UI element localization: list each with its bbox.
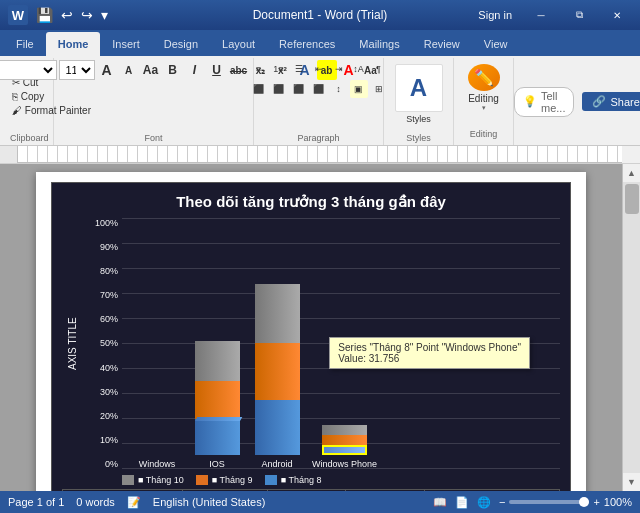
increase-indent-button[interactable]: ⇥ (330, 60, 348, 78)
tab-layout[interactable]: Layout (210, 32, 267, 56)
strikethrough-button[interactable]: abc (229, 60, 249, 80)
font-row-1: Calibri (Body) 11 A A Aa (0, 60, 161, 80)
legend-t9: ■ Tháng 9 (196, 475, 253, 485)
table-header-winphone: Windows Phone (424, 490, 559, 492)
window-title: Document1 - Word (Trial) (253, 8, 388, 22)
zoom-control[interactable]: − + 100% (499, 496, 632, 508)
scroll-down-arrow[interactable]: ▼ (623, 473, 641, 491)
zoom-in-button[interactable]: + (593, 496, 599, 508)
numbering-button[interactable]: 1≡ (270, 60, 288, 78)
tab-references[interactable]: References (267, 32, 347, 56)
grow-font-button[interactable]: A (97, 60, 117, 80)
align-center-button[interactable]: ⬛ (270, 80, 288, 98)
customize-button[interactable]: ▾ (99, 7, 110, 23)
bar-winphone-t10 (322, 425, 367, 435)
legend-label-t8: ■ Tháng 8 (281, 475, 322, 485)
y-axis: 100% 90% 80% 70% 60% 50% 40% 30% 20% 10%… (82, 219, 122, 469)
ruler-main (18, 146, 622, 163)
sort-button[interactable]: ↕A (350, 60, 368, 78)
tab-design[interactable]: Design (152, 32, 210, 56)
tell-me-text: Tell me... (541, 90, 565, 114)
tab-review[interactable]: Review (412, 32, 472, 56)
document-page[interactable]: Theo dõi tăng trưởng 3 tháng gần đây AXI… (36, 172, 586, 491)
share-label: Share (610, 96, 639, 108)
bar-winphone (320, 425, 370, 455)
bar-android-t8 (255, 400, 300, 455)
editing-button[interactable]: ✏️ Editing ▾ (460, 64, 508, 112)
minimize-button[interactable]: ─ (526, 0, 556, 30)
view-read-button[interactable]: 📖 (433, 496, 447, 509)
shrink-font-button[interactable]: A (119, 60, 139, 80)
scroll-thumb[interactable] (625, 184, 639, 214)
align-left-button[interactable]: ⬛ (250, 80, 268, 98)
justify-button[interactable]: ⬛ (310, 80, 328, 98)
status-right: 📖 📄 🌐 − + 100% (433, 496, 632, 509)
bar-android-t9 (255, 343, 300, 400)
tooltip-value: Value: 31.756 (338, 353, 521, 364)
decrease-indent-button[interactable]: ⇤ (310, 60, 328, 78)
tell-me-input[interactable]: 💡 Tell me... (514, 87, 574, 117)
tab-view[interactable]: View (472, 32, 520, 56)
tab-home[interactable]: Home (46, 32, 101, 56)
tab-file[interactable]: File (4, 32, 46, 56)
styles-label: Styles (390, 133, 447, 145)
bar-ios-t10 (195, 341, 240, 381)
vertical-scrollbar[interactable]: ▲ ▼ (622, 164, 640, 491)
paragraph-label: Paragraph (260, 133, 377, 145)
bar-group-winphone: Windows Phone (312, 425, 377, 469)
zoom-slider[interactable] (509, 500, 589, 504)
font-name-select[interactable]: Calibri (Body) (0, 60, 57, 80)
document-content[interactable]: Theo dõi tăng trưởng 3 tháng gần đây AXI… (0, 164, 622, 491)
ruler-side-right (622, 146, 640, 163)
save-button[interactable]: 💾 (34, 7, 55, 23)
tab-mailings[interactable]: Mailings (347, 32, 411, 56)
para-row-2: ⬛ ⬛ ⬛ ⬛ ↕ ▣ ⊞ (250, 80, 388, 98)
scroll-up-arrow[interactable]: ▲ (623, 164, 641, 182)
undo-button[interactable]: ↩ (59, 7, 75, 23)
multilevel-button[interactable]: ☰ (290, 60, 308, 78)
restore-button[interactable]: ⧉ (564, 0, 594, 30)
share-button[interactable]: 🔗 Share (582, 92, 640, 111)
title-bar-right: Sign in ─ ⧉ ✕ (472, 0, 632, 30)
zoom-level: 100% (604, 496, 632, 508)
shading-button[interactable]: ▣ (350, 80, 368, 98)
share-icon: 🔗 (592, 95, 606, 108)
lightbulb-icon: 💡 (523, 95, 537, 108)
styles-group: A Styles Styles (384, 58, 454, 145)
view-web-button[interactable]: 🌐 (477, 496, 491, 509)
bar-ios-t8 (195, 419, 240, 455)
clear-formatting-button[interactable]: Aa (141, 60, 161, 80)
table-header-ios: IOS (268, 490, 346, 492)
title-bar-left: W 💾 ↩ ↪ ▾ (8, 5, 110, 25)
sign-in-button[interactable]: Sign in (472, 7, 518, 23)
bar-group-ios: IOS (192, 341, 242, 469)
bullets-button[interactable]: ≡ (250, 60, 268, 78)
scroll-track[interactable] (623, 182, 640, 473)
chart-plot: Windows (122, 219, 560, 469)
legend-label-t9: ■ Tháng 9 (212, 475, 253, 485)
font-size-select[interactable]: 11 (59, 60, 95, 80)
zoom-out-button[interactable]: − (499, 496, 505, 508)
language: English (United States) (153, 496, 266, 508)
redo-button[interactable]: ↪ (79, 7, 95, 23)
ribbon: 📋 Paste ✂ Cut ⎘ Copy 🖌 Format Painter Cl… (0, 56, 640, 146)
editing-group-content: ✏️ Editing ▾ (460, 62, 508, 129)
italic-button[interactable]: I (185, 60, 205, 80)
close-button[interactable]: ✕ (602, 0, 632, 30)
bold-button[interactable]: B (163, 60, 183, 80)
editing-label: Editing (468, 93, 499, 104)
chart-container: Theo dõi tăng trưởng 3 tháng gần đây AXI… (51, 182, 571, 491)
bar-group-android: Android (252, 284, 302, 469)
ribbon-right: 💡 Tell me... 🔗 Share (514, 58, 640, 145)
view-print-button[interactable]: 📄 (455, 496, 469, 509)
y-axis-label: AXIS TITLE (62, 219, 82, 469)
bar-winphone-t9 (322, 435, 367, 445)
tab-insert[interactable]: Insert (100, 32, 152, 56)
font-group: Calibri (Body) 11 A A Aa B I U abc x₂ x²… (54, 58, 254, 145)
table-header-empty (63, 490, 183, 492)
ruler (0, 146, 640, 164)
underline-button[interactable]: U (207, 60, 227, 80)
line-spacing-button[interactable]: ↕ (330, 80, 348, 98)
styles-button[interactable]: A Styles (387, 60, 451, 128)
align-right-button[interactable]: ⬛ (290, 80, 308, 98)
